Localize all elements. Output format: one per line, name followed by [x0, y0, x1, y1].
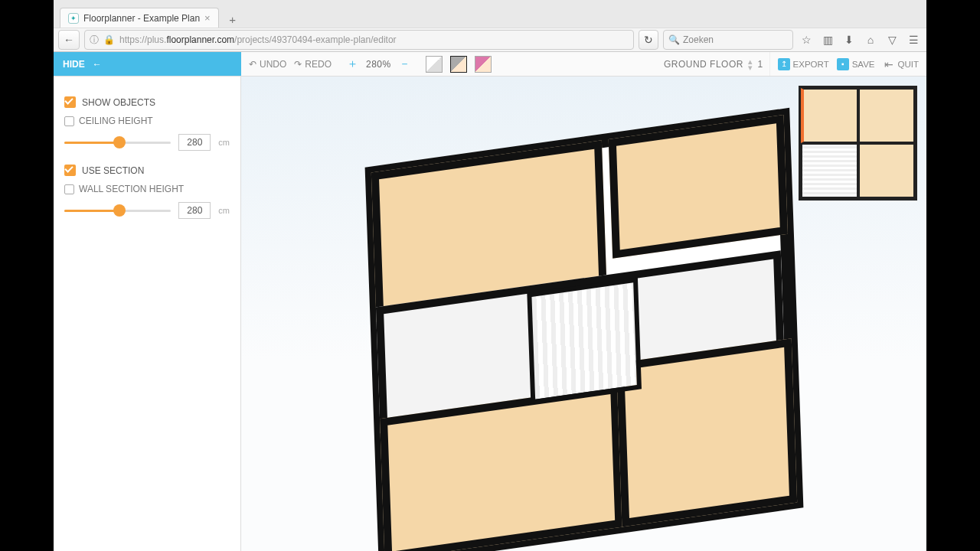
hide-sidebar-button[interactable]: HIDE ←: [54, 52, 241, 76]
view-mode-texture[interactable]: [475, 56, 492, 73]
redo-icon: ↷: [294, 59, 302, 70]
downloads-icon[interactable]: ⬇: [841, 31, 858, 48]
ceiling-height-slider[interactable]: [64, 137, 171, 148]
hamburger-menu-icon[interactable]: ☰: [905, 31, 922, 48]
floor-index: 1: [757, 59, 763, 70]
show-objects-checkbox[interactable]: [64, 96, 76, 108]
quit-icon: ⇤: [883, 58, 895, 70]
floorplan-3d[interactable]: [364, 108, 803, 551]
room[interactable]: [616, 338, 797, 527]
bookmark-star-icon[interactable]: ☆: [798, 31, 815, 48]
undo-button[interactable]: ↶UNDO: [249, 59, 286, 70]
save-button[interactable]: ▪SAVE: [837, 58, 875, 70]
unit-label: cm: [218, 138, 230, 147]
sidebar: SHOW OBJECTS CEILING HEIGHT cm USE SECTI…: [54, 77, 241, 551]
arrow-left-icon: ←: [93, 59, 102, 70]
staircase[interactable]: [526, 278, 641, 405]
show-objects-label: SHOW OBJECTS: [82, 97, 155, 108]
tab-title: Floorplanner - Example Plan: [83, 13, 200, 24]
favicon-icon: ✦: [68, 13, 79, 24]
ceiling-height-label: CEILING HEIGHT: [79, 116, 153, 126]
export-button[interactable]: ↥EXPORT: [778, 58, 829, 70]
use-section-label: USE SECTION: [82, 165, 144, 176]
hide-label: HIDE: [63, 59, 85, 70]
tab-close-icon[interactable]: ×: [204, 12, 211, 24]
redo-label: REDO: [305, 59, 332, 70]
save-icon: ▪: [837, 58, 849, 70]
ceiling-height-input[interactable]: [178, 134, 211, 151]
minimap-room[interactable]: [858, 88, 916, 143]
room[interactable]: [609, 115, 788, 259]
minimap[interactable]: [799, 86, 917, 201]
wall-section-label: WALL SECTION HEIGHT: [79, 184, 184, 194]
minimap-room[interactable]: [858, 143, 916, 198]
wall-section-slider[interactable]: [64, 205, 171, 216]
undo-icon: ↶: [249, 59, 256, 70]
browser-search-field[interactable]: 🔍 Zoeken: [663, 30, 793, 50]
url-domain: floorplanner.com: [166, 34, 234, 45]
search-icon: 🔍: [668, 34, 680, 45]
save-label: SAVE: [852, 60, 875, 69]
quit-button[interactable]: ⇤QUIT: [883, 58, 919, 70]
minimap-room[interactable]: [801, 143, 858, 198]
view-mode-color[interactable]: [450, 56, 467, 73]
back-button[interactable]: ←: [58, 30, 80, 50]
view-mode-wireframe[interactable]: [426, 56, 443, 73]
wall-section-input[interactable]: [178, 202, 211, 219]
minimap-room[interactable]: [801, 88, 858, 143]
undo-label: UNDO: [260, 59, 286, 70]
pocket-icon[interactable]: ▽: [884, 31, 900, 48]
zoom-in-button[interactable]: ＋: [347, 57, 358, 71]
chevron-updown-icon: ▴▾: [748, 58, 753, 70]
height-icon: [64, 184, 74, 194]
browser-tabbar: ✦ Floorplanner - Example Plan × +: [54, 0, 926, 28]
zoom-level: 280%: [366, 59, 391, 70]
browser-addressbar: ← ⓘ 🔒 https://plus.floorplanner.com/proj…: [54, 28, 926, 52]
use-section-checkbox[interactable]: [64, 165, 76, 176]
browser-tab[interactable]: ✦ Floorplanner - Example Plan ×: [60, 8, 219, 28]
search-placeholder: Zoeken: [683, 34, 714, 45]
export-icon: ↥: [778, 58, 790, 70]
url-path: /projects/49370494-example-plan/editor: [234, 34, 396, 45]
home-icon[interactable]: ⌂: [862, 31, 879, 48]
unit-label: cm: [218, 206, 230, 215]
app-toolbar: HIDE ← ↶UNDO ↷REDO ＋ 280% － GROUND FLOOR…: [54, 52, 926, 77]
zoom-out-button[interactable]: －: [399, 57, 410, 71]
url-prefix: https://plus.: [119, 34, 166, 45]
info-icon: ⓘ: [90, 34, 99, 47]
new-tab-button[interactable]: +: [224, 11, 242, 28]
quit-label: QUIT: [898, 60, 919, 69]
redo-button[interactable]: ↷REDO: [294, 59, 332, 70]
floor-label: GROUND FLOOR: [664, 59, 743, 70]
library-icon[interactable]: ▥: [819, 31, 836, 48]
lock-icon: 🔒: [103, 34, 115, 45]
reload-button[interactable]: ↻: [639, 30, 658, 50]
url-field[interactable]: ⓘ 🔒 https://plus.floorplanner.com/projec…: [84, 30, 634, 50]
viewport-3d[interactable]: [241, 77, 926, 551]
floor-selector[interactable]: GROUND FLOOR ▴▾ 1: [658, 52, 769, 76]
export-label: EXPORT: [793, 60, 829, 69]
height-icon: [64, 116, 74, 126]
